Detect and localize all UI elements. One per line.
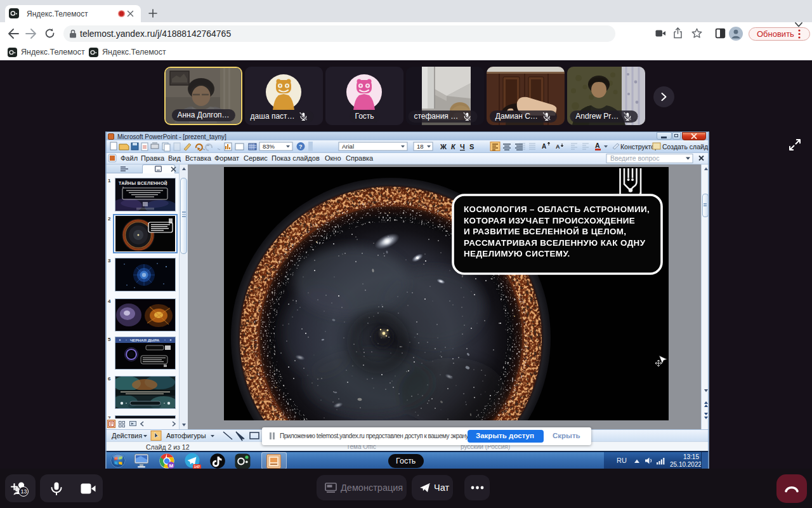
svg-text:Введите вопрос: Введите вопрос xyxy=(610,154,659,162)
svg-text:Ч: Ч xyxy=(460,143,465,150)
svg-text:Вид: Вид xyxy=(168,154,181,162)
svg-text:Arial: Arial xyxy=(342,143,354,150)
svg-text:Автофигуры: Автофигуры xyxy=(166,432,206,439)
svg-text:Ж: Ж xyxy=(440,143,447,150)
svg-text:И РАЗВИТИЕ ВСЕЛЕННОЙ В ЦЕЛОМ,: И РАЗВИТИЕ ВСЕЛЕННОЙ В ЦЕЛОМ, xyxy=(464,227,627,236)
svg-text:Создать слайд: Создать слайд xyxy=(662,143,708,150)
svg-text:А: А xyxy=(542,143,546,150)
svg-text:К: К xyxy=(451,143,456,150)
svg-text:Правка: Правка xyxy=(141,154,165,162)
svg-text:Справка: Справка xyxy=(346,154,374,162)
svg-text:S: S xyxy=(469,143,474,150)
svg-text:ТАЙНЫ ВСЕЛЕННОЙ: ТАЙНЫ ВСЕЛЕННОЙ xyxy=(119,180,167,185)
svg-text:?: ? xyxy=(299,144,303,150)
svg-text:КОСМОЛОГИЯ – ОБЛАСТЬ АСТРОНОМИ: КОСМОЛОГИЯ – ОБЛАСТЬ АСТРОНОМИИ, xyxy=(464,204,650,214)
svg-text:M: M xyxy=(169,463,174,469)
svg-text:А: А xyxy=(556,144,560,150)
svg-text:18: 18 xyxy=(417,143,424,150)
svg-text:НЕДЕЛИМУЮ СИСТЕМУ.: НЕДЕЛИМУЮ СИСТЕМУ. xyxy=(464,249,570,258)
svg-text:Окно: Окно xyxy=(325,154,341,162)
svg-text:А: А xyxy=(595,142,600,149)
svg-text:Вставка: Вставка xyxy=(185,154,212,162)
svg-text:83%: 83% xyxy=(263,143,275,150)
svg-text:Формат: Формат xyxy=(214,154,239,162)
svg-text:КОТОРАЯ ИЗУЧАЕТ ПРОИСХОЖДЕНИЕ: КОТОРАЯ ИЗУЧАЕТ ПРОИСХОЖДЕНИЕ xyxy=(464,216,635,225)
svg-text:Сервис: Сервис xyxy=(244,154,268,162)
svg-text:ЧЕРНАЯ ДЫРА: ЧЕРНАЯ ДЫРА xyxy=(130,338,160,342)
svg-text:Показ слайдов: Показ слайдов xyxy=(272,154,320,162)
svg-text:РАССМАТРИВАЯ ВСЕЛЕННУЮ КАК ОДН: РАССМАТРИВАЯ ВСЕЛЕННУЮ КАК ОДНУ xyxy=(464,238,646,248)
svg-text:Файл: Файл xyxy=(121,154,138,162)
svg-text:Действия: Действия xyxy=(112,432,142,439)
